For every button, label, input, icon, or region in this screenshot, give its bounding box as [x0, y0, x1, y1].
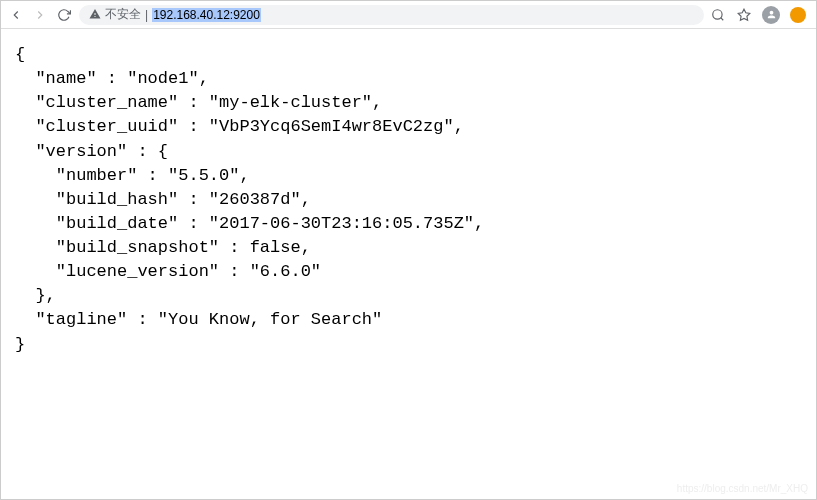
json-line: } [15, 335, 25, 354]
separator: | [145, 8, 148, 22]
url-input-container[interactable]: 不安全 | 192.168.40.12:9200 [79, 5, 704, 25]
zoom-icon[interactable] [710, 7, 726, 23]
json-line: "version" : { [15, 142, 168, 161]
bookmark-star-icon[interactable] [736, 7, 752, 23]
json-line: "tagline" : "You Know, for Search" [15, 310, 382, 329]
page-content: { "name" : "node1", "cluster_name" : "my… [1, 29, 816, 371]
watermark-text: https://blog.csdn.net/Mr_XHQ [677, 483, 808, 494]
security-label: 不安全 [105, 6, 141, 23]
json-line: "lucene_version" : "6.6.0" [15, 262, 321, 281]
profile-avatar-icon[interactable] [762, 6, 780, 24]
url-text[interactable]: 192.168.40.12:9200 [152, 8, 261, 22]
toolbar-right [710, 6, 810, 24]
not-secure-icon [89, 8, 101, 22]
json-line: "build_hash" : "260387d", [15, 190, 311, 209]
svg-point-0 [713, 9, 722, 18]
json-line: }, [15, 286, 56, 305]
back-button[interactable] [7, 6, 25, 24]
reload-button[interactable] [55, 6, 73, 24]
json-line: "name" : "node1", [15, 69, 209, 88]
json-line: "cluster_name" : "my-elk-cluster", [15, 93, 382, 112]
svg-marker-2 [738, 9, 750, 20]
json-line: "build_date" : "2017-06-30T23:16:05.735Z… [15, 214, 484, 233]
json-line: "number" : "5.5.0", [15, 166, 250, 185]
notification-badge-icon[interactable] [790, 7, 806, 23]
json-line: "build_snapshot" : false, [15, 238, 311, 257]
json-line: "cluster_uuid" : "VbP3Ycq6SemI4wr8EvC2zg… [15, 117, 464, 136]
svg-line-1 [721, 17, 724, 20]
forward-button[interactable] [31, 6, 49, 24]
json-line: { [15, 45, 25, 64]
browser-address-bar: 不安全 | 192.168.40.12:9200 [1, 1, 816, 29]
